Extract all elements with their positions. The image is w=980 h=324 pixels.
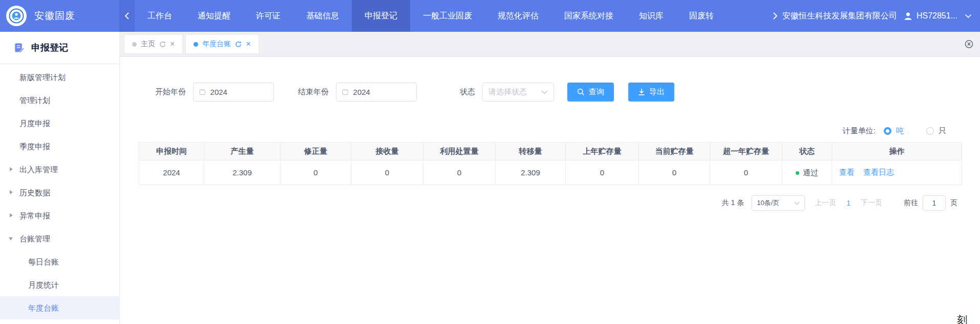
cell-current-storage: 0 bbox=[639, 160, 710, 185]
nav-item-waste-transfer[interactable]: 固废转 bbox=[676, 0, 713, 32]
nav-item-standardization-assessment[interactable]: 规范化评估 bbox=[485, 0, 551, 32]
sidebar-item-quarterly-declaration[interactable]: 季度申报 bbox=[0, 135, 119, 158]
close-icon[interactable]: × bbox=[246, 40, 250, 48]
nav-scroll-left-button[interactable] bbox=[119, 0, 135, 32]
sidebar-item-label: 出入库管理 bbox=[19, 165, 58, 174]
status-select[interactable]: 请选择状态 bbox=[482, 83, 554, 102]
col-generated: 产生量 bbox=[204, 143, 281, 160]
start-year-field[interactable] bbox=[210, 88, 268, 96]
user-icon bbox=[903, 11, 913, 21]
cell-prev-year-storage: 0 bbox=[566, 160, 639, 185]
tab-status-dot bbox=[194, 42, 198, 47]
sidebar: 申报登记 新版管理计划 管理计划 月度申报 季度申报 出入库管理 历史数据 异常… bbox=[0, 32, 120, 324]
chevron-right-icon bbox=[772, 12, 778, 20]
page-number-1[interactable]: 1 bbox=[846, 199, 850, 207]
col-prev-year-storage: 上年贮存量 bbox=[566, 143, 639, 160]
page-size-value: 10条/页 bbox=[757, 198, 779, 208]
query-button-label: 查询 bbox=[589, 87, 604, 97]
unit-label: 计量单位: bbox=[843, 126, 876, 136]
view-link[interactable]: 查看 bbox=[839, 168, 855, 176]
unit-selector: 计量单位: 吨 只 bbox=[120, 126, 946, 136]
query-button[interactable]: 查询 bbox=[567, 83, 614, 102]
search-icon bbox=[577, 88, 585, 96]
sidebar-item-annual-ledger[interactable]: 年度台账 bbox=[0, 296, 119, 319]
export-button-label: 导出 bbox=[649, 87, 665, 97]
filter-bar: 开始年份 结束年份 状态 请选择状态 bbox=[155, 83, 962, 102]
nav-item-general-industrial-waste[interactable]: 一般工业固废 bbox=[410, 0, 485, 32]
floating-widget-partial[interactable]: 刻 bbox=[957, 313, 967, 324]
cell-generated: 2.309 bbox=[204, 160, 281, 185]
app-screen: 安徽固废 工作台 通知提醒 许可证 基础信息 申报登记 一般工业固废 规范化评估… bbox=[0, 0, 980, 324]
nav-item-license[interactable]: 许可证 bbox=[243, 0, 293, 32]
nav-item-basic-info[interactable]: 基础信息 bbox=[293, 0, 352, 32]
start-year-label: 开始年份 bbox=[155, 87, 186, 97]
col-utilized-disposed: 利用处置量 bbox=[423, 143, 496, 160]
view-log-link[interactable]: 查看日志 bbox=[863, 168, 894, 176]
end-year-label: 结束年份 bbox=[298, 87, 329, 97]
goto-page-input[interactable] bbox=[923, 195, 946, 211]
download-icon bbox=[638, 88, 645, 96]
nav-menu: 工作台 通知提醒 许可证 基础信息 申报登记 一般工业固废 规范化评估 国家系统… bbox=[135, 0, 768, 32]
cell-actions: 查看 查看日志 bbox=[832, 160, 962, 185]
nav-item-declaration[interactable]: 申报登记 bbox=[352, 0, 410, 32]
col-transferred: 转移量 bbox=[496, 143, 566, 160]
radio-piece-label[interactable]: 只 bbox=[939, 126, 946, 136]
user-area: 安徽恒生科技发展集团有限公司 HS72851... bbox=[782, 0, 980, 32]
end-year-input[interactable] bbox=[336, 83, 417, 102]
sidebar-item-new-management-plan[interactable]: 新版管理计划 bbox=[0, 66, 119, 89]
col-status: 状态 bbox=[782, 143, 832, 160]
radio-ton-label[interactable]: 吨 bbox=[896, 126, 904, 136]
status-placeholder: 请选择状态 bbox=[488, 87, 527, 97]
sidebar-item-daily-ledger[interactable]: 每日台账 bbox=[0, 250, 119, 273]
radio-ton[interactable] bbox=[884, 127, 891, 135]
radio-piece[interactable] bbox=[926, 127, 934, 135]
user-menu-toggle[interactable] bbox=[965, 14, 972, 18]
page-size-select[interactable]: 10条/页 bbox=[752, 195, 805, 211]
nav-item-notifications[interactable]: 通知提醒 bbox=[185, 0, 243, 32]
username: HS72851... bbox=[917, 11, 957, 21]
sidebar-item-monthly-stats[interactable]: 月度统计 bbox=[0, 273, 119, 296]
sidebar-item-management-plan[interactable]: 管理计划 bbox=[0, 89, 119, 112]
cell-received: 0 bbox=[351, 160, 423, 185]
brand-area: 安徽固废 bbox=[0, 0, 119, 32]
close-all-tabs-button[interactable] bbox=[964, 39, 974, 49]
total-count: 共 1 条 bbox=[722, 198, 744, 208]
tab-annual-ledger[interactable]: 年度台账 × bbox=[185, 34, 259, 54]
nav-item-knowledge-base[interactable]: 知识库 bbox=[626, 0, 676, 32]
nav-item-national-system-integration[interactable]: 国家系统对接 bbox=[551, 0, 626, 32]
app-logo-icon bbox=[6, 6, 27, 26]
calendar-icon bbox=[199, 88, 206, 96]
status-dot bbox=[796, 171, 799, 175]
cell-corrected: 0 bbox=[281, 160, 351, 185]
start-year-input[interactable] bbox=[193, 83, 274, 102]
sidebar-item-abnormal-declaration[interactable]: 异常申报 bbox=[0, 204, 119, 227]
refresh-icon[interactable] bbox=[159, 41, 166, 48]
sidebar-item-history-data[interactable]: 历史数据 bbox=[0, 181, 119, 204]
tab-strip: 主页 × 年度台账 × bbox=[120, 32, 980, 57]
end-year-field[interactable] bbox=[353, 88, 411, 96]
nav-scroll-right-button[interactable] bbox=[768, 0, 782, 32]
col-declare-time: 申报时间 bbox=[139, 143, 204, 160]
sidebar-item-inout-storage[interactable]: 出入库管理 bbox=[0, 158, 119, 181]
sidebar-item-ledger-management[interactable]: 台账管理 bbox=[0, 227, 119, 250]
sidebar-item-label: 台账管理 bbox=[19, 234, 50, 243]
next-page-button[interactable]: 下一页 bbox=[861, 198, 882, 208]
caret-right-icon bbox=[10, 190, 13, 194]
goto-unit-label: 页 bbox=[950, 198, 957, 208]
close-icon[interactable]: × bbox=[170, 40, 175, 48]
table-row: 2024 2.309 0 0 0 2.309 0 0 0 通过 bbox=[139, 160, 962, 185]
sidebar-item-monthly-declaration[interactable]: 月度申报 bbox=[0, 112, 119, 135]
document-edit-icon bbox=[14, 43, 25, 53]
export-button[interactable]: 导出 bbox=[628, 83, 674, 102]
goto-label: 前往 bbox=[904, 198, 918, 208]
main-content: 开始年份 结束年份 状态 请选择状态 bbox=[120, 57, 980, 324]
sidebar-title: 申报登记 bbox=[31, 42, 68, 54]
tab-home[interactable]: 主页 × bbox=[124, 34, 183, 54]
col-corrected: 修正量 bbox=[281, 143, 351, 160]
sidebar-item-label: 历史数据 bbox=[19, 188, 50, 197]
table-header-row: 申报时间 产生量 修正量 接收量 利用处置量 转移量 上年贮存量 当前贮存量 超… bbox=[139, 143, 962, 160]
pagination: 共 1 条 10条/页 上一页 1 下一页 前往 页 bbox=[120, 195, 957, 211]
prev-page-button[interactable]: 上一页 bbox=[815, 198, 836, 208]
refresh-icon[interactable] bbox=[235, 41, 242, 48]
nav-item-workbench[interactable]: 工作台 bbox=[135, 0, 185, 32]
